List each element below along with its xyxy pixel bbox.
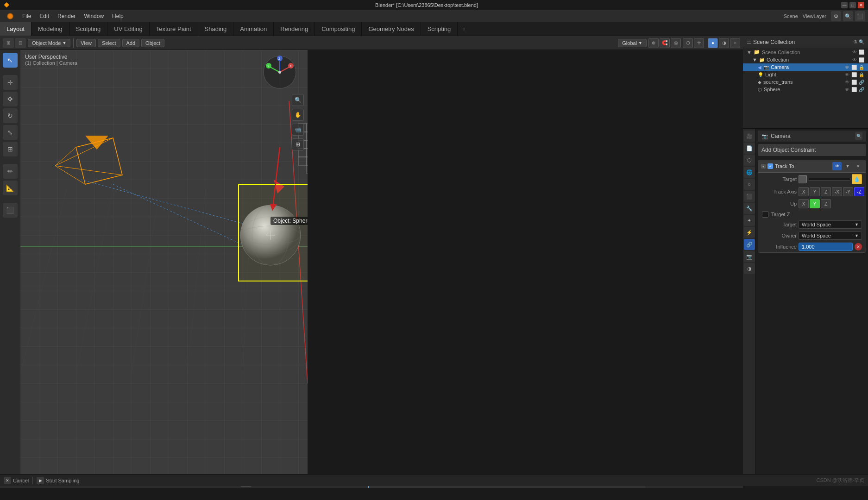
rotate-tool[interactable]: ↻ bbox=[3, 108, 18, 123]
track-axis-neg-x[interactable]: -X bbox=[832, 187, 842, 196]
prop-icon-object[interactable]: ⬛ bbox=[744, 191, 755, 202]
viewport-3d[interactable]: xxxxxxxxxx Object: Sphere bbox=[20, 50, 308, 486]
scale-tool[interactable]: ⤡ bbox=[3, 125, 18, 140]
tab-sculpting[interactable]: Sculpting bbox=[69, 22, 107, 36]
tab-rendering[interactable]: Rendering bbox=[274, 22, 315, 36]
constraint-enable-toggle[interactable]: ✓ bbox=[767, 163, 773, 169]
owner-space-dropdown[interactable]: World Space ▼ bbox=[799, 231, 862, 240]
camera-object[interactable] bbox=[48, 133, 132, 194]
target-value-field[interactable] bbox=[808, 178, 851, 181]
menu-file[interactable]: File bbox=[19, 12, 35, 20]
scene-collection-row[interactable]: ▼ 📁 Scene Collection 👁 ⬜ bbox=[743, 48, 868, 56]
influence-field[interactable]: 1.000 bbox=[799, 243, 853, 251]
outliner-sphere-row[interactable]: ⬡ Sphere 👁 ⬜ 🔗 bbox=[743, 86, 868, 93]
tab-scripting[interactable]: Scripting bbox=[421, 22, 458, 36]
menu-blender[interactable] bbox=[3, 12, 18, 21]
eyedropper-button[interactable]: 💧 bbox=[852, 174, 862, 184]
grid-view-btn[interactable]: ⊞ bbox=[292, 138, 304, 150]
track-axis-y[interactable]: Y bbox=[810, 187, 820, 196]
constraint-down-btn[interactable]: ▼ bbox=[843, 162, 852, 170]
tab-compositing[interactable]: Compositing bbox=[315, 22, 362, 36]
track-axis-neg-z[interactable]: -Z bbox=[854, 187, 864, 196]
select-menu[interactable]: Select bbox=[98, 39, 120, 47]
menu-help[interactable]: Help bbox=[108, 12, 127, 20]
hand-tool-btn[interactable]: ✋ bbox=[292, 109, 304, 121]
prop-icon-object-data[interactable]: 📷 bbox=[744, 251, 755, 262]
track-axis-neg-y[interactable]: -Y bbox=[843, 187, 853, 196]
prop-icon-scene[interactable]: 🌐 bbox=[744, 167, 755, 178]
cancel-label[interactable]: Cancel bbox=[13, 478, 29, 483]
tab-texture-paint[interactable]: Texture Paint bbox=[150, 22, 198, 36]
collection-row[interactable]: ▼ 📁 Collection 👁 ⬜ bbox=[743, 56, 868, 63]
prop-icon-constraint[interactable]: 🔗 bbox=[744, 239, 755, 250]
viewport-mode-btn[interactable]: ⊞ bbox=[3, 38, 14, 48]
prop-icon-physics[interactable]: ⚡ bbox=[744, 227, 755, 238]
maximize-button[interactable]: □ bbox=[849, 2, 856, 8]
constraint-visibility-btn[interactable]: 👁 bbox=[832, 162, 842, 170]
move-tool[interactable]: ✥ bbox=[3, 92, 18, 106]
up-axis-z[interactable]: Z bbox=[821, 199, 831, 208]
menu-edit[interactable]: Edit bbox=[36, 12, 53, 20]
menu-render[interactable]: Render bbox=[54, 12, 79, 20]
gizmo-btn[interactable]: ✛ bbox=[694, 38, 704, 48]
measure-tool[interactable]: 📐 bbox=[3, 181, 18, 195]
cursor-tool[interactable]: ✛ bbox=[3, 75, 18, 90]
object-mode-dropdown[interactable]: Object Mode ▼ bbox=[28, 39, 70, 47]
sphere-object[interactable] bbox=[238, 203, 308, 272]
influence-x-button[interactable]: ✕ bbox=[855, 243, 862, 250]
add-workspace-button[interactable]: + bbox=[458, 22, 470, 36]
overlay-btn[interactable]: ⬡ bbox=[683, 38, 693, 48]
add-menu[interactable]: Add bbox=[122, 39, 140, 47]
topbar-icon-1[interactable]: ⚙ bbox=[831, 11, 841, 21]
view-menu[interactable]: View bbox=[76, 39, 96, 47]
annotate-tool[interactable]: ✏ bbox=[3, 164, 18, 179]
constraint-expand-btn[interactable]: ▼ bbox=[761, 164, 766, 169]
outliner-filter-icon[interactable]: ⚗ bbox=[853, 39, 857, 44]
close-button[interactable]: ✕ bbox=[858, 2, 864, 8]
target-z-checkbox[interactable] bbox=[762, 211, 768, 218]
viewport-mode-btn2[interactable]: ⊡ bbox=[15, 38, 26, 48]
track-axis-x[interactable]: X bbox=[799, 187, 809, 196]
up-axis-x[interactable]: X bbox=[799, 199, 809, 208]
track-axis-z[interactable]: Z bbox=[821, 187, 831, 196]
object-menu[interactable]: Object bbox=[141, 39, 164, 47]
select-tool[interactable]: ↖ bbox=[3, 53, 18, 68]
prop-icon-world[interactable]: ○ bbox=[744, 179, 755, 190]
tab-modeling[interactable]: Modeling bbox=[31, 22, 69, 36]
outliner-camera-row[interactable]: ◀ 📷 Camera 👁 ⬜ 🔒 bbox=[743, 63, 868, 71]
outliner-source-row[interactable]: ◆ source_trans 👁 ⬜ 🔗 bbox=[743, 78, 868, 86]
zoom-to-fit-btn[interactable]: 🔍 bbox=[292, 94, 304, 106]
render-mode-btn[interactable]: ○ bbox=[730, 38, 740, 48]
tab-shading[interactable]: Shading bbox=[198, 22, 234, 36]
prop-icon-output[interactable]: 📄 bbox=[744, 143, 755, 154]
minimize-button[interactable]: — bbox=[841, 2, 848, 8]
prop-search-btn[interactable]: 🔍 bbox=[855, 132, 862, 140]
axis-gizmo[interactable]: Z X Y bbox=[261, 54, 298, 91]
tab-geometry-nodes[interactable]: Geometry Nodes bbox=[362, 22, 421, 36]
prop-icon-particles[interactable]: ✦ bbox=[744, 215, 755, 226]
prop-icon-modifier[interactable]: 🔧 bbox=[744, 203, 755, 214]
target-space-dropdown[interactable]: World Space ▼ bbox=[799, 220, 862, 229]
camera-view-btn[interactable]: 📹 bbox=[292, 124, 304, 136]
prop-icon-material[interactable]: ◑ bbox=[744, 263, 755, 274]
tab-layout[interactable]: Layout bbox=[0, 22, 31, 36]
prop-icon-render[interactable]: 🎥 bbox=[744, 131, 755, 142]
topbar-icon-2[interactable]: 🔍 bbox=[843, 11, 853, 21]
proportional-btn[interactable]: ◎ bbox=[671, 38, 681, 48]
start-sampling-label[interactable]: Start Sampling bbox=[46, 478, 79, 483]
add-constraint-button[interactable]: Add Object Constraint bbox=[758, 144, 866, 156]
add-cube-tool[interactable]: ⬛ bbox=[3, 203, 18, 218]
transform-tool[interactable]: ⊞ bbox=[3, 142, 18, 156]
prop-icon-view-layer[interactable]: ⬡ bbox=[744, 155, 755, 166]
menu-window[interactable]: Window bbox=[80, 12, 107, 20]
constraint-x-btn[interactable]: ✕ bbox=[854, 162, 863, 170]
transform-pivot-btn[interactable]: ⊕ bbox=[648, 38, 659, 48]
solid-mode-btn[interactable]: ● bbox=[708, 38, 718, 48]
tab-animation[interactable]: Animation bbox=[233, 22, 274, 36]
global-space-dropdown[interactable]: Global ▼ bbox=[618, 39, 647, 47]
material-mode-btn[interactable]: ◑ bbox=[719, 38, 729, 48]
outliner-search-icon[interactable]: 🔍 bbox=[859, 39, 864, 44]
snap-btn[interactable]: 🧲 bbox=[660, 38, 670, 48]
topbar-icon-3[interactable]: ⬛ bbox=[855, 11, 865, 21]
target-color-swatch[interactable] bbox=[799, 175, 807, 183]
